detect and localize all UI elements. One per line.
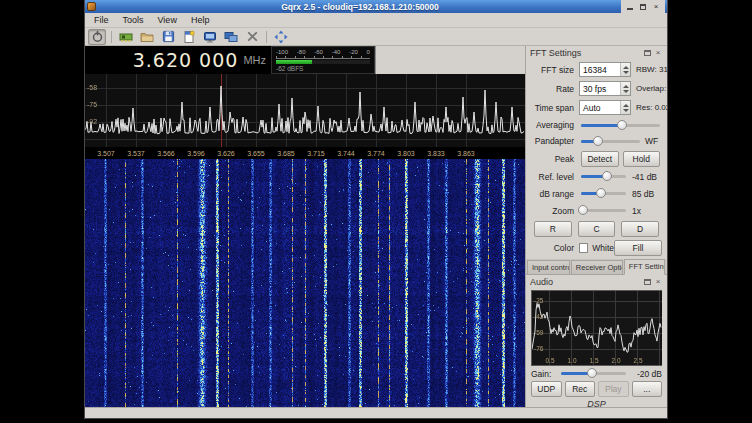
pandapter-slider[interactable] <box>581 136 640 147</box>
minimize-button[interactable] <box>624 1 636 12</box>
start-dsp-button[interactable] <box>88 29 106 45</box>
frequency-row: 3.620 000 MHz -100 -80 -60 -40 -20 0 <box>85 46 525 74</box>
averaging-slider[interactable] <box>581 120 660 131</box>
white-checkbox[interactable] <box>579 243 588 253</box>
audio-xtick: 1.0 <box>564 357 580 364</box>
remote-control-button[interactable] <box>222 29 240 45</box>
overlap-info: Overlap: 0% <box>631 84 667 93</box>
fft-size-spinbox[interactable]: 16384 <box>579 62 631 77</box>
spectrum-ytick: -92 <box>87 118 97 126</box>
settings-button[interactable] <box>243 29 261 45</box>
lcd-filler <box>375 46 525 74</box>
menu-tools[interactable]: Tools <box>116 14 151 26</box>
freq-tick: 3.774 <box>363 149 389 158</box>
freq-tick: 3.715 <box>303 149 329 158</box>
waterfall-display[interactable] <box>85 159 525 407</box>
play-button[interactable]: Play <box>598 381 629 397</box>
spin-arrows[interactable] <box>620 101 630 114</box>
menu-file[interactable]: File <box>87 14 116 26</box>
audio-ytick: -42 <box>534 313 543 320</box>
spin-arrows[interactable] <box>620 63 630 76</box>
menu-view[interactable]: View <box>151 14 184 26</box>
ref-level-slider[interactable] <box>581 171 626 182</box>
dx-cluster-button[interactable] <box>201 29 219 45</box>
configure-io-button[interactable] <box>117 29 135 45</box>
freq-tick: 3.596 <box>183 149 209 158</box>
ref-level-label: Ref. level <box>531 172 579 182</box>
timespan-spinbox[interactable]: Auto <box>579 100 631 115</box>
frequency-value[interactable]: 3.620 000 <box>133 49 239 71</box>
udp-button[interactable]: UDP <box>531 381 562 397</box>
res-info: Res: 0.02 s <box>631 103 667 112</box>
dsp-status: DSP <box>531 399 662 407</box>
more-button[interactable]: ... <box>632 381 663 397</box>
close-panel-button[interactable]: × <box>653 277 663 287</box>
iq-device-icon <box>119 30 133 44</box>
maximize-button[interactable] <box>637 1 649 12</box>
spectrum-canvas[interactable] <box>85 74 525 147</box>
slider-knob[interactable] <box>587 368 597 378</box>
audio-ytick: -25 <box>534 297 543 304</box>
titlebar[interactable]: Gqrx 2.5 - cloudiq=192.168.1.210:50000 × <box>85 0 667 13</box>
minimize-icon <box>627 8 633 10</box>
peak-hold-button[interactable]: Hold <box>623 151 661 167</box>
meter-tick: -80 <box>297 49 306 55</box>
freq-tick: 3.685 <box>273 149 299 158</box>
rec-button[interactable]: Rec <box>565 381 596 397</box>
tab-fft-settings[interactable]: FFT Settings <box>624 259 665 275</box>
close-panel-button[interactable]: × <box>653 48 663 58</box>
audio-spectrum-graph: -25 -42 -59 -76 0.5 1.0 1.5 2.0 2.5 <box>531 290 662 366</box>
spin-arrows[interactable] <box>620 82 630 95</box>
audio-ytick: -59 <box>534 329 543 336</box>
db-range-slider[interactable] <box>581 188 626 199</box>
zoom-slider[interactable] <box>581 205 626 216</box>
toolbar-separator <box>266 31 267 43</box>
zoom-label: Zoom <box>531 206 579 216</box>
rate-row: Rate 30 fps Overlap: 0% <box>531 80 662 97</box>
audio-xtick: 2.5 <box>630 357 646 364</box>
save-button[interactable] <box>159 29 177 45</box>
meter-tick: -20 <box>349 49 358 55</box>
peak-detect-button[interactable]: Detect <box>581 151 619 167</box>
toolbar-separator <box>111 31 112 43</box>
tab-input-controls[interactable]: Input controls <box>527 260 570 274</box>
demod-button[interactable]: D <box>621 221 659 237</box>
audio-buttons: UDP Rec Play ... <box>531 381 662 397</box>
signal-level-meter: -100 -80 -60 -40 -20 0 -62 dBFS <box>271 46 375 74</box>
slider-knob[interactable] <box>596 188 606 198</box>
rcd-row: R C D <box>531 220 662 237</box>
spectrum-plot[interactable]: -58 -75 -92 <box>85 74 525 147</box>
menu-help[interactable]: Help <box>184 14 217 26</box>
fill-button[interactable]: Fill <box>614 240 662 256</box>
maximize-icon <box>640 4 646 10</box>
open-file-button[interactable] <box>138 29 156 45</box>
slider-knob[interactable] <box>602 171 612 181</box>
reset-button[interactable]: R <box>534 221 572 237</box>
float-panel-button[interactable] <box>642 277 652 287</box>
float-panel-button[interactable] <box>642 48 652 58</box>
center-button[interactable]: C <box>578 221 616 237</box>
freq-tick: 3.833 <box>423 149 449 158</box>
waterfall-canvas[interactable] <box>85 159 525 407</box>
slider-knob[interactable] <box>578 205 588 215</box>
audio-xtick: 0.5 <box>542 357 558 364</box>
slider-knob[interactable] <box>617 120 627 130</box>
frequency-unit: MHz <box>243 54 266 67</box>
close-button[interactable]: × <box>650 1 662 12</box>
slider-knob[interactable] <box>593 136 603 146</box>
bookmarks-button[interactable] <box>180 29 198 45</box>
gain-slider[interactable] <box>561 368 626 379</box>
spin-down-icon <box>623 71 629 74</box>
fft-size-value: 16384 <box>580 65 620 75</box>
gqrx-window: Gqrx 2.5 - cloudiq=192.168.1.210:50000 ×… <box>84 0 668 419</box>
fullscreen-button[interactable] <box>272 29 290 45</box>
ref-level-row: Ref. level -41 dB <box>531 169 662 184</box>
white-checkbox-label: White <box>592 243 614 253</box>
close-icon: × <box>656 278 661 286</box>
audio-header: Audio × <box>526 275 667 288</box>
rate-spinbox[interactable]: 30 fps <box>579 81 631 96</box>
frequency-display[interactable]: 3.620 000 MHz <box>85 46 271 74</box>
audio-xtick: 2.0 <box>608 357 624 364</box>
frequency-axis[interactable]: 3.507 3.537 3.566 3.596 3.626 3.655 3.68… <box>85 147 525 159</box>
tab-receiver-options[interactable]: Receiver Options <box>571 260 623 274</box>
